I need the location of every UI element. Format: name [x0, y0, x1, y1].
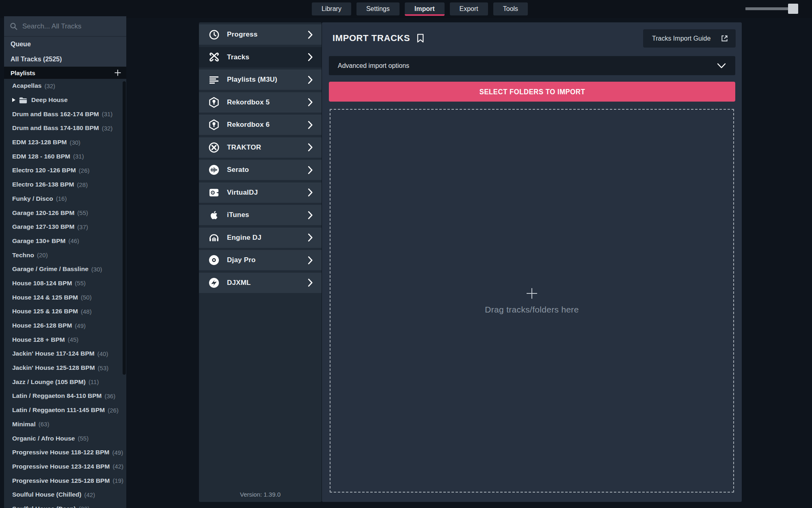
playlist-item[interactable]: House 108-124 BPM (55): [4, 276, 126, 291]
playlist-name: House 108-124 BPM: [12, 280, 72, 287]
dropzone-label: Drag tracks/folders here: [485, 305, 579, 315]
playlist-name: Funky / Disco: [12, 195, 53, 202]
playlist-count: (32): [44, 82, 55, 89]
chevron-right-icon: [308, 121, 313, 129]
plus-icon: [525, 287, 538, 300]
tracks-import-guide-button[interactable]: Tracks Import Guide: [643, 29, 736, 48]
zoom-slider[interactable]: [745, 3, 798, 14]
playlist-item[interactable]: Techno (20): [4, 248, 126, 262]
playlist-item[interactable]: Progressive House 125-128 BPM (19): [4, 473, 126, 488]
drag-drop-zone[interactable]: Drag tracks/folders here: [330, 109, 734, 493]
playlist-count: (50): [81, 294, 92, 301]
slider-thumb[interactable]: [788, 4, 798, 14]
import-source-label: Engine DJ: [227, 234, 308, 242]
import-source-djaypro[interactable]: Djay Pro: [199, 250, 322, 270]
advanced-import-options-toggle[interactable]: Advanced import options: [329, 56, 735, 75]
select-folders-button[interactable]: SELECT FOLDERS TO IMPORT: [329, 82, 735, 102]
expand-triangle-icon[interactable]: [12, 98, 15, 102]
playlist-name: Jackin' House 117-124 BPM: [12, 350, 95, 357]
playlist-name: Progressive House 123-124 BPM: [12, 463, 110, 470]
playlist-count: (26): [108, 407, 119, 414]
playlist-name: EDM 128 - 160 BPM: [12, 153, 70, 160]
playlist-name: Jazz / Lounge (105 BPM): [12, 378, 86, 386]
import-source-virtualdj[interactable]: VirtualDJ: [199, 182, 322, 203]
playlist-count: (30): [91, 266, 102, 273]
playlist-item[interactable]: Jackin' House 125-128 BPM (53): [4, 361, 126, 375]
playlist-count: (28): [77, 181, 88, 188]
playlist-lines-icon: [208, 74, 220, 86]
playlist-item[interactable]: Latin / Reggaeton 111-145 BPM (26): [4, 403, 126, 417]
playlist-item[interactable]: Drum and Bass 174-180 BPM (32): [4, 121, 126, 135]
playlist-name: EDM 123-128 BPM: [12, 139, 67, 146]
playlist-item[interactable]: Jackin' House 117-124 BPM (40): [4, 347, 126, 361]
search-input[interactable]: [22, 22, 121, 30]
import-source-rekordbox6[interactable]: Rekordbox 6: [199, 115, 322, 135]
playlist-item[interactable]: Drum and Bass 162-174 BPM (31): [4, 107, 126, 121]
playlist-item[interactable]: House 125 & 126 BPM (48): [4, 304, 126, 319]
playlist-item[interactable]: Garage / Grime / Bassline (30): [4, 262, 126, 276]
chevron-down-icon: [717, 63, 726, 69]
add-playlist-icon[interactable]: [114, 69, 121, 76]
playlist-item[interactable]: Jazz / Lounge (105 BPM) (11): [4, 375, 126, 389]
chevron-right-icon: [308, 188, 313, 197]
sidebar-item-all-tracks[interactable]: All Tracks (2525): [4, 52, 126, 67]
import-source-tracks[interactable]: Tracks: [199, 47, 322, 67]
nav-settings-button[interactable]: Settings: [356, 2, 400, 15]
chevron-right-icon: [308, 98, 313, 106]
bookmark-icon[interactable]: [417, 33, 424, 43]
import-source-rekordbox5[interactable]: Rekordbox 5: [199, 92, 322, 113]
playlist-item[interactable]: Organic / Afro House (55): [4, 431, 126, 445]
sidebar-static-items: Queue All Tracks (2525): [4, 37, 126, 67]
nav-tools-button[interactable]: Tools: [493, 2, 528, 15]
playlist-count: (31): [73, 153, 84, 160]
playlist-item[interactable]: Progressive House 123-124 BPM (42): [4, 460, 126, 474]
nav-export-button[interactable]: Export: [450, 2, 488, 15]
playlist-item[interactable]: Deep House: [4, 93, 126, 107]
import-tracks-panel: IMPORT TRACKS Tracks Import Guide Advanc…: [322, 22, 742, 502]
import-source-djxml[interactable]: DJXML: [199, 273, 322, 293]
playlist-item[interactable]: Acapellas (32): [4, 79, 126, 93]
playlist-item[interactable]: Soulful House (Deep) (32): [4, 502, 126, 508]
import-source-enginedj[interactable]: Engine DJ: [199, 228, 322, 248]
chevron-right-icon: [308, 166, 313, 174]
playlist-item[interactable]: House 126-128 BPM (49): [4, 319, 126, 333]
sidebar-scrollbar[interactable]: [123, 81, 126, 375]
playlist-name: Garage 130+ BPM: [12, 237, 65, 245]
import-source-label: Rekordbox 6: [227, 121, 308, 129]
playlist-item[interactable]: House 128 + BPM (45): [4, 332, 126, 347]
traktor-icon: [208, 141, 220, 154]
playlist-item[interactable]: Garage 127-130 BPM (37): [4, 220, 126, 234]
playlist-count: (11): [89, 378, 99, 385]
nav-library-button[interactable]: Library: [312, 2, 351, 15]
external-link-icon: [720, 34, 729, 43]
playlist-name: Garage 120-126 BPM: [12, 209, 74, 217]
playlist-item[interactable]: EDM 128 - 160 BPM (31): [4, 149, 126, 163]
import-source-itunes[interactable]: iTunes: [199, 205, 322, 225]
playlist-item[interactable]: Progressive House 118-122 BPM (49): [4, 445, 126, 460]
import-source-serato[interactable]: Serato: [199, 160, 322, 180]
nav-import-button[interactable]: Import: [405, 2, 445, 15]
playlist-item[interactable]: Electro 120 -126 BPM (26): [4, 163, 126, 178]
playlist-item[interactable]: Latin / Reggaeton 84-110 BPM (36): [4, 389, 126, 403]
playlist-item[interactable]: Garage 120-126 BPM (55): [4, 206, 126, 220]
sidebar-item-queue[interactable]: Queue: [4, 37, 126, 52]
playlist-item[interactable]: Garage 130+ BPM (46): [4, 234, 126, 248]
import-source-progress[interactable]: Progress: [199, 24, 322, 45]
import-source-traktor[interactable]: TRAKTOR: [199, 137, 322, 158]
import-source-playlists-m3u[interactable]: Playlists (M3U): [199, 69, 322, 90]
playlist-name: Acapellas: [12, 82, 41, 89]
playlist-item[interactable]: House 124 & 125 BPM (50): [4, 290, 126, 304]
chevron-right-icon: [308, 30, 313, 39]
playlist-count: (55): [75, 280, 86, 287]
playlist-count: (49): [112, 449, 123, 456]
playlists-header: Playlists: [4, 67, 126, 79]
playlist-item[interactable]: Electro 126-138 BPM (28): [4, 178, 126, 192]
playlist-name: Garage / Grime / Bassline: [12, 265, 89, 273]
panel-header: IMPORT TRACKS: [333, 33, 424, 43]
import-source-label: Rekordbox 5: [227, 98, 308, 106]
playlist-item[interactable]: Funky / Disco (16): [4, 192, 126, 206]
playlist-item[interactable]: EDM 123-128 BPM (30): [4, 135, 126, 150]
playlist-item[interactable]: Soulful House (Chilled) (42): [4, 488, 126, 502]
playlist-item[interactable]: Minimal (63): [4, 417, 126, 432]
import-source-label: VirtualDJ: [227, 189, 308, 197]
